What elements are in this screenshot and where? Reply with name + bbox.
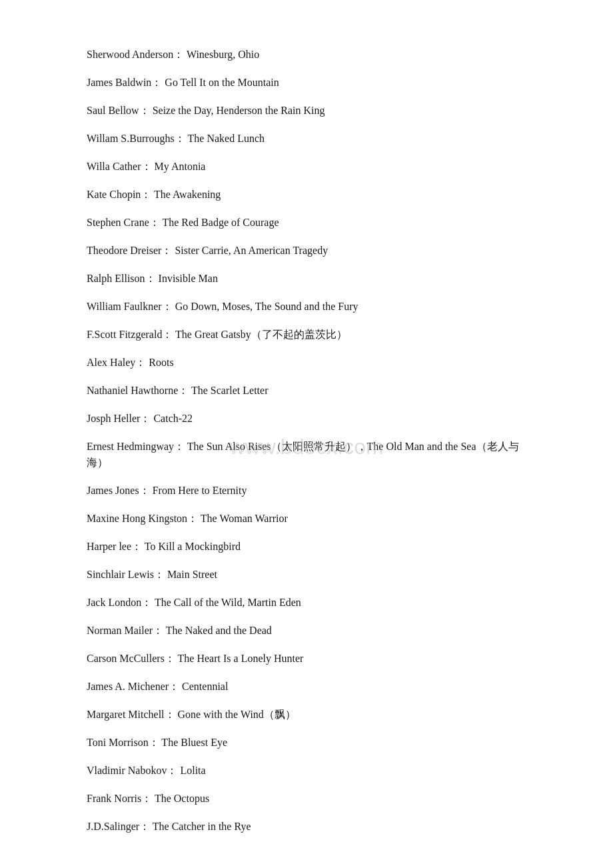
- works-title: The Call of the Wild, Martin Eden: [152, 597, 301, 608]
- author-name: Jack London：: [87, 597, 152, 608]
- works-title: The Naked Lunch: [185, 133, 265, 144]
- list-item: James Jones： From Here to Eternity: [87, 483, 533, 499]
- works-title: Lolita: [177, 765, 205, 776]
- list-item: Willam S.Burroughs： The Naked Lunch: [87, 131, 533, 147]
- author-name: Toni Morrison：: [87, 737, 159, 748]
- author-name: Norman Mailer：: [87, 625, 163, 636]
- author-name: Saul Bellow：: [87, 105, 150, 116]
- list-item: F.Scott Fitzgerald： The Great Gatsby（了不起…: [87, 327, 533, 343]
- list-item: Alex Haley： Roots: [87, 355, 533, 371]
- list-item: Sinchlair Lewis： Main Street: [87, 567, 533, 583]
- works-title: The Awakening: [151, 189, 221, 200]
- author-name: F.Scott Fitzgerald：: [87, 329, 173, 340]
- list-item: Willa Cather： My Antonia: [87, 159, 533, 175]
- list-item: Ernest Hedmingway： The Sun Also Rises（太阳…: [87, 439, 533, 471]
- works-title: Winesburg, Ohio: [184, 49, 259, 60]
- author-name: Sinchlair Lewis：: [87, 569, 165, 580]
- works-title: From Here to Eternity: [150, 485, 247, 496]
- works-title: The Bluest Eye: [159, 737, 227, 748]
- list-item: Margaret Mitchell： Gone with the Wind（飘）: [87, 707, 533, 723]
- list-item: William Faulkner： Go Down, Moses, The So…: [87, 299, 533, 315]
- works-title: Roots: [146, 357, 173, 368]
- author-name: J.D.Salinger：: [87, 821, 150, 832]
- list-item: James A. Michener： Centennial: [87, 679, 533, 695]
- list-item: Toni Morrison： The Bluest Eye: [87, 735, 533, 751]
- author-name: James Jones：: [87, 485, 150, 496]
- author-name: Willa Cather：: [87, 161, 152, 172]
- list-item: Theodore Dreiser： Sister Carrie, An Amer…: [87, 243, 533, 259]
- works-title: To Kill a Mockingbird: [142, 541, 241, 552]
- works-title: The Woman Warrior: [198, 513, 288, 524]
- works-title: The Great Gatsby（了不起的盖茨比）: [173, 329, 346, 340]
- list-item: Nathaniel Hawthorne： The Scarlet Letter: [87, 383, 533, 399]
- list-item: Ralph Ellison： Invisible Man: [87, 271, 533, 287]
- author-name: Harper lee：: [87, 541, 142, 552]
- author-name: Carson McCullers：: [87, 653, 175, 664]
- works-title: The Naked and the Dead: [163, 625, 272, 636]
- works-title: The Octopus: [152, 793, 209, 804]
- list-item: Harper lee： To Kill a Mockingbird: [87, 539, 533, 555]
- works-title: Gone with the Wind（飘）: [175, 709, 296, 720]
- works-title: Main Street: [165, 569, 217, 580]
- author-name: William Faulkner：: [87, 301, 173, 312]
- works-title: The Scarlet Letter: [189, 385, 268, 396]
- author-name: Margaret Mitchell：: [87, 709, 175, 720]
- list-item: Jack London： The Call of the Wild, Marti…: [87, 595, 533, 611]
- works-title: Catch-22: [151, 413, 193, 424]
- works-title: The Heart Is a Lonely Hunter: [175, 653, 304, 664]
- works-title: Seize the Day, Henderson the Rain King: [150, 105, 325, 116]
- author-name: Theodore Dreiser：: [87, 245, 172, 256]
- author-name: Alex Haley：: [87, 357, 146, 368]
- list-item: James Baldwin： Go Tell It on the Mountai…: [87, 75, 533, 91]
- list-item: Carson McCullers： The Heart Is a Lonely …: [87, 651, 533, 667]
- author-name: Kate Chopin：: [87, 189, 151, 200]
- works-title: The Red Badge of Courage: [160, 217, 279, 228]
- author-name: Ralph Ellison：: [87, 273, 156, 284]
- list-item: Maxine Hong Kingston： The Woman Warrior: [87, 511, 533, 527]
- author-name: Ernest Hedmingway：: [87, 441, 185, 452]
- works-title: The Catcher in the Rye: [150, 821, 251, 832]
- works-title: My Antonia: [152, 161, 206, 172]
- book-list: Sherwood Anderson： Winesburg, OhioJames …: [87, 47, 533, 835]
- author-name: Willam S.Burroughs：: [87, 133, 185, 144]
- list-item: J.D.Salinger： The Catcher in the Rye: [87, 819, 533, 835]
- works-title: Centennial: [179, 681, 228, 692]
- list-item: Stephen Crane： The Red Badge of Courage: [87, 215, 533, 231]
- author-name: James A. Michener：: [87, 681, 179, 692]
- list-item: Sherwood Anderson： Winesburg, Ohio: [87, 47, 533, 63]
- author-name: Vladimir Nabokov：: [87, 765, 177, 776]
- list-item: Vladimir Nabokov： Lolita: [87, 763, 533, 779]
- list-item: Josph Heller： Catch-22: [87, 411, 533, 427]
- author-name: Nathaniel Hawthorne：: [87, 385, 189, 396]
- list-item: Kate Chopin： The Awakening: [87, 187, 533, 203]
- works-title: Go Tell It on the Mountain: [162, 77, 279, 88]
- list-item: Frank Norris： The Octopus: [87, 791, 533, 807]
- author-name: Stephen Crane：: [87, 217, 160, 228]
- author-name: Sherwood Anderson：: [87, 49, 184, 60]
- author-name: Maxine Hong Kingston：: [87, 513, 198, 524]
- list-item: Saul Bellow： Seize the Day, Henderson th…: [87, 103, 533, 119]
- works-title: Invisible Man: [156, 273, 218, 284]
- page-content: Sherwood Anderson： Winesburg, OhioJames …: [0, 0, 613, 868]
- works-title: Go Down, Moses, The Sound and the Fury: [173, 301, 358, 312]
- author-name: Frank Norris：: [87, 793, 152, 804]
- works-title: Sister Carrie, An American Tragedy: [172, 245, 328, 256]
- author-name: Josph Heller：: [87, 413, 151, 424]
- list-item: Norman Mailer： The Naked and the Dead: [87, 623, 533, 639]
- author-name: James Baldwin：: [87, 77, 162, 88]
